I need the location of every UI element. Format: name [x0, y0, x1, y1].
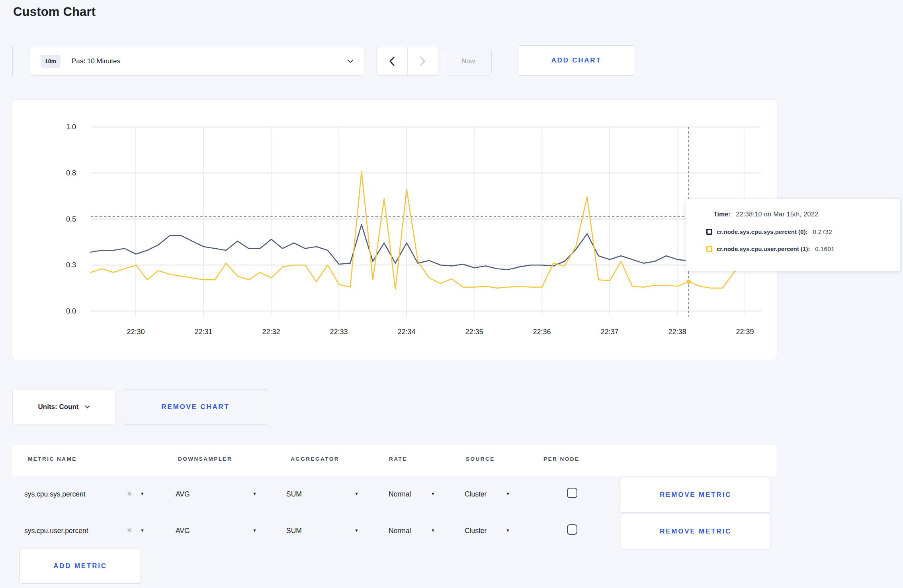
caret-down-icon[interactable]: ▼: [506, 491, 510, 496]
y-axis-tick-label: 0.0: [66, 307, 76, 315]
x-axis-tick-label: 22:30: [127, 328, 145, 336]
chart-tooltip: Time:22:38:10 on Mar 15th, 2022 cr.node.…: [686, 199, 900, 271]
remove-metric-button[interactable]: REMOVE METRIC: [621, 514, 770, 549]
time-window-badge: 10m: [41, 55, 61, 68]
x-axis-tick-label: 22:37: [600, 328, 618, 336]
y-axis-tick-label: 0.5: [66, 215, 76, 223]
page-title: Custom Chart: [13, 5, 96, 19]
rate-select[interactable]: Normal: [389, 490, 411, 498]
tooltip-sys-metric: cr.node.sys.cpu.sys.percent (0):: [717, 228, 807, 235]
rate-select[interactable]: Normal: [389, 527, 411, 535]
caret-down-icon[interactable]: ▼: [252, 528, 257, 533]
x-axis-tick-label: 22:31: [194, 328, 212, 336]
series-line-0: [91, 224, 756, 269]
metric-name-select[interactable]: sys.cpu.user.percent: [24, 527, 88, 535]
clear-metric-icon[interactable]: ✕: [127, 490, 132, 498]
column-header-aggregator: AGGREGATOR: [291, 456, 339, 462]
y-axis-tick-label: 0.8: [66, 169, 76, 177]
next-time-button[interactable]: [408, 47, 438, 75]
x-axis-tick-label: 22:38: [668, 328, 686, 336]
tooltip-user-value: 0.1601: [815, 245, 835, 252]
hover-point-1: [686, 279, 691, 284]
x-axis-tick-label: 22:36: [533, 328, 551, 336]
tooltip-time-row: Time:22:38:10 on Mar 15th, 2022: [713, 211, 892, 218]
caret-down-icon[interactable]: ▼: [506, 528, 510, 533]
tooltip-time-label: Time:: [713, 211, 730, 218]
caret-down-icon[interactable]: ▼: [431, 528, 435, 533]
y-axis-tick-label: 1.0: [66, 123, 76, 131]
aggregator-select[interactable]: SUM: [286, 527, 302, 535]
chevron-down-icon: [347, 59, 354, 63]
caret-down-icon[interactable]: ▼: [354, 528, 359, 533]
x-axis-tick-label: 22:39: [736, 328, 754, 336]
column-header-metric-name: METRIC NAME: [28, 456, 77, 462]
add-chart-button[interactable]: ADD CHART: [518, 45, 635, 76]
tooltip-series-row: cr.node.sys.cpu.user.percent (1): 0.1601: [706, 245, 892, 252]
toolbar-divider: [12, 47, 13, 76]
chart-card[interactable]: 0.00.30.50.81.022:3022:3122:3222:3322:34…: [12, 99, 777, 360]
caret-down-icon[interactable]: ▼: [354, 491, 359, 496]
tooltip-time-value: 22:38:10 on Mar 15th, 2022: [736, 211, 818, 218]
caret-down-icon[interactable]: ▼: [140, 528, 145, 533]
metric-table-row: sys.cpu.sys.percent ✕ ▼ AVG ▼ SUM ▼ Norm…: [0, 477, 903, 514]
remove-chart-button[interactable]: REMOVE CHART: [124, 389, 267, 425]
metric-table-row: sys.cpu.user.percent ✕ ▼ AVG ▼ SUM ▼ Nor…: [0, 514, 903, 550]
x-axis-tick-label: 22:32: [262, 328, 280, 336]
chevron-right-icon: [419, 56, 426, 66]
y-axis-tick-label: 0.3: [66, 261, 76, 269]
tooltip-user-metric: cr.node.sys.cpu.user.percent (1):: [717, 245, 810, 252]
tooltip-series-row: cr.node.sys.cpu.sys.percent (0): 0.2732: [706, 228, 892, 235]
x-axis-tick-label: 22:33: [330, 328, 348, 336]
sys-series-swatch-icon: [706, 229, 712, 235]
x-axis-tick-label: 22:34: [397, 328, 415, 336]
add-metric-button[interactable]: ADD METRIC: [20, 549, 141, 584]
metrics-table-header: METRIC NAME DOWNSAMPLER AGGREGATOR RATE …: [12, 445, 776, 476]
downsampler-select[interactable]: AVG: [176, 490, 190, 498]
series-line-1: [91, 171, 756, 289]
column-header-source: SOURCE: [466, 456, 495, 462]
per-node-checkbox[interactable]: [567, 524, 577, 535]
units-label: Units: Count: [38, 403, 79, 411]
time-window-label: Past 10 Minutes: [72, 57, 120, 65]
per-node-checkbox[interactable]: [567, 488, 577, 498]
column-header-per-node: PER NODE: [543, 456, 580, 462]
chart-svg[interactable]: 0.00.30.50.81.022:3022:3122:3222:3322:34…: [12, 100, 777, 360]
metric-name-select[interactable]: sys.cpu.sys.percent: [24, 490, 86, 498]
time-window-dropdown[interactable]: 10m Past 10 Minutes: [30, 47, 364, 76]
clear-metric-icon[interactable]: ✕: [127, 526, 132, 535]
caret-down-icon[interactable]: ▼: [252, 491, 257, 496]
source-select[interactable]: Cluster: [465, 490, 487, 498]
time-nav-arrows: [376, 47, 438, 76]
chevron-down-icon: [85, 405, 90, 409]
aggregator-select[interactable]: SUM: [286, 490, 302, 498]
prev-time-button[interactable]: [377, 47, 408, 75]
remove-metric-button[interactable]: REMOVE METRIC: [621, 477, 770, 513]
tooltip-sys-value: 0.2732: [813, 228, 832, 235]
downsampler-select[interactable]: AVG: [176, 527, 190, 535]
chevron-left-icon: [388, 56, 395, 66]
units-dropdown[interactable]: Units: Count: [12, 389, 116, 425]
caret-down-icon[interactable]: ▼: [140, 491, 145, 496]
now-button[interactable]: Now: [445, 47, 492, 76]
column-header-downsampler: DOWNSAMPLER: [178, 456, 232, 462]
user-series-swatch-icon: [706, 246, 712, 252]
source-select[interactable]: Cluster: [465, 527, 487, 535]
x-axis-tick-label: 22:35: [465, 328, 483, 336]
caret-down-icon[interactable]: ▼: [431, 491, 435, 496]
column-header-rate: RATE: [389, 456, 407, 462]
